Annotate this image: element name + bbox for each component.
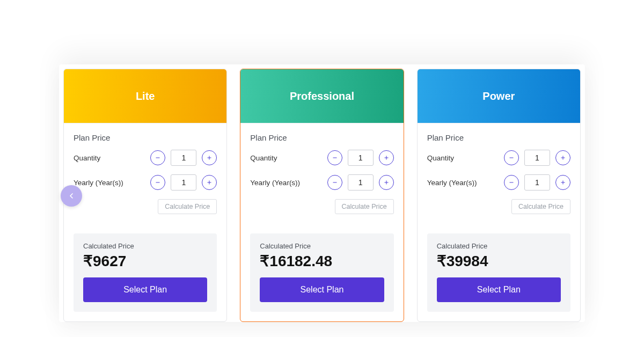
calculated-price-label: Calculated Price: [83, 242, 207, 250]
select-plan-button[interactable]: Select Plan: [437, 277, 561, 302]
calculated-price-value: ₹9627: [83, 252, 207, 270]
quantity-input[interactable]: [348, 150, 374, 166]
calculate-price-button[interactable]: Calculate Price: [158, 199, 217, 214]
plan-price-label: Plan Price: [74, 133, 217, 142]
plus-icon[interactable]: [555, 150, 570, 165]
yearly-row: Yearly (Year(s)): [250, 174, 393, 191]
minus-icon[interactable]: [150, 150, 165, 165]
plan-price-label: Plan Price: [250, 133, 393, 142]
plus-icon[interactable]: [379, 150, 394, 165]
plan-price-label: Plan Price: [427, 133, 570, 142]
yearly-stepper: [327, 174, 394, 191]
yearly-label: Yearly (Year(s)): [427, 179, 504, 187]
select-plan-button[interactable]: Select Plan: [83, 277, 207, 302]
plan-body: Plan Price Quantity Yearly (Year(s)) Ca: [418, 123, 580, 233]
quantity-label: Quantity: [74, 154, 150, 162]
calculate-price-button[interactable]: Calculate Price: [335, 199, 394, 214]
calculated-price-box: Calculated Price ₹16182.48 Select Plan: [250, 233, 393, 312]
plan-card-power: Power Plan Price Quantity Yearly (Year(s…: [417, 69, 581, 322]
quantity-row: Quantity: [74, 150, 217, 166]
quantity-row: Quantity: [250, 150, 393, 166]
calculated-price-label: Calculated Price: [260, 242, 384, 250]
quantity-stepper: [150, 150, 217, 166]
yearly-row: Yearly (Year(s)): [74, 174, 217, 191]
quantity-input[interactable]: [171, 150, 196, 166]
calculated-price-box: Calculated Price ₹9627 Select Plan: [74, 233, 217, 312]
calculated-price-value: ₹16182.48: [260, 252, 384, 270]
yearly-input[interactable]: [524, 174, 550, 191]
select-plan-button[interactable]: Select Plan: [260, 277, 384, 302]
yearly-row: Yearly (Year(s)): [427, 174, 570, 191]
quantity-stepper: [504, 150, 570, 166]
yearly-stepper: [504, 174, 570, 191]
pricing-cards: Lite Plan Price Quantity Yearly (Year(s)…: [59, 64, 585, 322]
minus-icon[interactable]: [150, 175, 165, 190]
plus-icon[interactable]: [379, 175, 394, 190]
yearly-label: Yearly (Year(s)): [74, 179, 150, 187]
plan-card-lite: Lite Plan Price Quantity Yearly (Year(s)…: [63, 69, 227, 322]
plus-icon[interactable]: [202, 175, 217, 190]
plus-icon[interactable]: [555, 175, 570, 190]
plan-title: Power: [418, 69, 580, 123]
yearly-stepper: [150, 174, 217, 191]
minus-icon[interactable]: [504, 175, 519, 190]
quantity-stepper: [327, 150, 394, 166]
quantity-input[interactable]: [524, 150, 550, 166]
plan-body: Plan Price Quantity Yearly (Year(s)) Ca: [240, 123, 403, 233]
minus-icon[interactable]: [327, 150, 342, 165]
minus-icon[interactable]: [504, 150, 519, 165]
quantity-row: Quantity: [427, 150, 570, 166]
plan-body: Plan Price Quantity Yearly (Year(s)) Ca: [64, 123, 226, 233]
calculated-price-value: ₹39984: [437, 252, 561, 270]
yearly-input[interactable]: [171, 174, 196, 191]
calculate-price-button[interactable]: Calculate Price: [511, 199, 570, 214]
calculated-price-label: Calculated Price: [437, 242, 561, 250]
plus-icon[interactable]: [202, 150, 217, 165]
back-button[interactable]: [61, 185, 82, 207]
yearly-input[interactable]: [348, 174, 374, 191]
calculated-price-box: Calculated Price ₹39984 Select Plan: [427, 233, 570, 312]
quantity-label: Quantity: [250, 154, 327, 162]
plan-card-professional: Professional Plan Price Quantity Yearly …: [240, 69, 404, 322]
plan-title: Lite: [64, 69, 226, 123]
quantity-label: Quantity: [427, 154, 504, 162]
plan-title: Professional: [240, 69, 403, 123]
minus-icon[interactable]: [327, 175, 342, 190]
yearly-label: Yearly (Year(s)): [250, 179, 327, 187]
